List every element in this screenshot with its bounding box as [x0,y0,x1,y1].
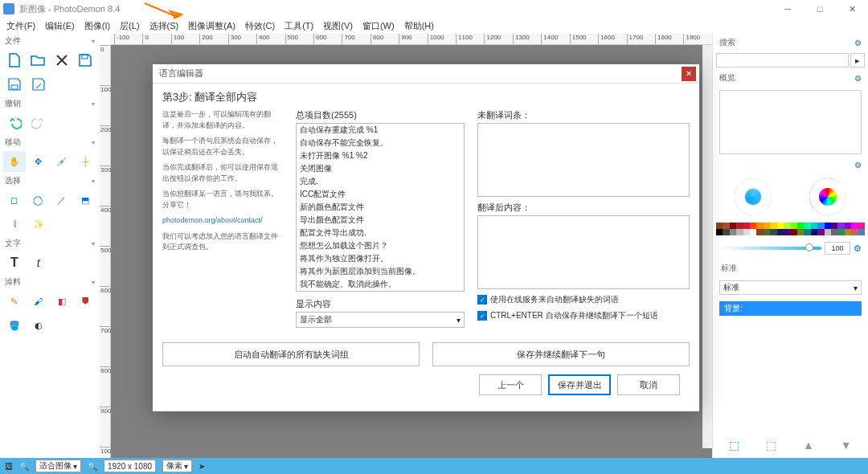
move-tool-icon[interactable]: ✥ [27,151,50,172]
chevron-down-icon[interactable]: ▾ [92,178,95,185]
eraser-tool-icon[interactable]: ◧ [51,291,73,312]
list-item[interactable]: 您想怎么加载这个图片？ [297,239,464,252]
list-item[interactable]: 将其作为独立图像打开。 [297,252,464,265]
list-item[interactable]: 关闭图像 [297,162,464,175]
right-panels: 搜索⚙ ▸ 概览⚙ ⚙ 100 ⚙ 标准 标准▾ 背景: ⬚ ⬚ ▲ ▼ [712,34,868,458]
list-item[interactable]: 以后不再询问 [297,291,464,292]
menu-item[interactable]: 文件(F) [2,18,40,34]
gear-icon[interactable]: ⚙ [854,243,862,254]
chevron-down-icon[interactable]: ▾ [92,38,95,45]
zoom-out-icon[interactable]: 🔍 [19,462,29,471]
section-text: 文字 [5,238,21,249]
gear-icon[interactable]: ⚙ [854,74,862,83]
layer-up-icon[interactable]: ▲ [803,439,814,452]
text-tool-icon[interactable]: T [3,252,26,273]
list-item[interactable]: 完成. [297,175,464,188]
online-translate-checkbox[interactable]: ✓使用在线服务来自动翻译缺失的词语 [477,294,690,305]
open-file-icon[interactable] [27,50,50,71]
translated-textarea[interactable] [477,215,690,289]
color-wheel-primary[interactable] [735,178,772,215]
layer-item-selected[interactable]: 背景: [719,301,862,316]
menu-item[interactable]: 编辑(E) [40,18,80,34]
save-continue-button[interactable]: 保存并继续翻译下一句 [432,342,690,366]
lasso-select-icon[interactable]: ⌇ [3,214,26,235]
maximize-button[interactable]: □ [804,0,836,18]
chevron-down-icon[interactable]: ▾ [92,279,95,286]
menu-item[interactable]: 帮助(H) [399,18,439,34]
list-item[interactable]: 导出颜色配置文件 [297,214,464,227]
menu-item[interactable]: 图像调整(A) [183,18,240,34]
autosave-checkbox[interactable]: ✓CTRL+ENTER 自动保存并继续翻译下一个短语 [477,310,690,321]
undo-icon[interactable] [3,112,26,133]
menu-item[interactable]: 窗口(W) [358,18,399,34]
untranslated-textarea[interactable] [477,123,690,197]
add-layer-icon[interactable]: ⬚ [729,439,739,452]
menu-item[interactable]: 层(L) [115,18,144,34]
save-as-icon[interactable] [27,74,50,95]
menu-item[interactable]: 视图(V) [318,18,358,34]
wand-select-icon[interactable]: ✨ [27,214,50,235]
redo-icon[interactable] [27,112,50,133]
save-exit-button[interactable]: 保存并退出 [548,374,611,395]
list-item[interactable]: 将其作为新图层添加到当前图像。 [297,265,464,278]
new-file-icon[interactable] [3,50,26,71]
unit-select[interactable]: 像素 ▾ [162,460,192,472]
show-content-select[interactable]: 显示全部▾ [296,312,465,328]
close-button[interactable]: ✕ [836,0,868,18]
list-item[interactable]: 新的颜色配置文件 [297,201,464,214]
items-listbox[interactable]: 自动保存重建完成 %1自动保存不能完全恢复。未打开图像 %1 %2关闭图像完成.… [296,123,465,292]
minimize-button[interactable]: ─ [772,0,804,18]
scrollbar-vertical[interactable] [702,45,712,448]
menu-item[interactable]: 特效(C) [240,18,280,34]
menu-item[interactable]: 选择(S) [145,18,184,34]
brush-tool-icon[interactable]: 🖌 [27,291,50,312]
hand-tool-icon[interactable]: ✋ [3,151,26,172]
stamp-tool-icon[interactable]: ⛊ [75,291,97,312]
list-item[interactable]: 未打开图像 %1 %2 [297,149,464,162]
menu-item[interactable]: 工具(T) [280,18,318,34]
save-icon[interactable] [75,50,97,71]
gear-icon[interactable]: ⚙ [854,161,862,170]
search-go-button[interactable]: ▸ [850,53,865,67]
pencil-tool-icon[interactable]: ✎ [3,291,26,312]
list-item[interactable]: 配置文件导出成功. [297,227,464,239]
poly-select-icon[interactable]: ⬒ [75,190,97,210]
opacity-value[interactable]: 100 [825,242,850,255]
annotation-arrow [143,2,183,19]
list-item[interactable]: 我不能确定。取消此操作。 [297,278,464,291]
list-item[interactable]: ICC配置文件 [297,188,464,201]
section-undo: 撤销 [5,98,21,109]
list-item[interactable]: 自动保存重建完成 %1 [297,124,464,137]
text-style-icon[interactable]: t [27,252,50,273]
status-image-icon[interactable]: 🖼 [5,462,13,471]
chevron-down-icon[interactable]: ▾ [92,139,95,146]
delete-layer-icon[interactable]: ⬚ [766,439,776,452]
ellipse-select-icon[interactable]: ◯ [27,190,50,210]
svg-rect-1 [11,85,18,89]
eyedropper-icon[interactable]: 💉 [51,151,73,172]
chevron-down-icon[interactable]: ▾ [92,100,95,108]
cancel-button[interactable]: 取消 [617,374,680,395]
close-file-icon[interactable] [51,50,73,71]
layer-down-icon[interactable]: ▼ [841,439,852,452]
gradient-tool-icon[interactable]: ◐ [27,315,50,336]
blend-mode-select[interactable]: 标准▾ [719,280,862,295]
chevron-down-icon[interactable]: ▾ [92,240,95,247]
zoom-in-icon[interactable]: 🔍 [88,462,97,471]
menu-item[interactable]: 图像(I) [80,18,115,34]
color-wheel-hue[interactable] [809,178,846,215]
list-item[interactable]: 自动保存不能完全恢复。 [297,137,464,149]
measure-tool-icon[interactable]: ┼ [75,151,97,172]
search-input[interactable] [716,53,849,67]
fill-tool-icon[interactable]: 🪣 [3,315,26,336]
zoom-select[interactable]: 适合图像 ▾ [35,460,81,472]
auto-translate-button[interactable]: 启动自动翻译的所有缺失词组 [162,342,420,366]
opacity-slider[interactable] [719,247,821,250]
dialog-close-button[interactable]: ✕ [682,67,696,81]
prev-button[interactable]: 上一个 [479,374,542,395]
rect-select-icon[interactable]: ◻ [3,190,26,210]
save-copy-icon[interactable] [3,74,26,95]
gear-icon[interactable]: ⚙ [854,39,862,47]
line-select-icon[interactable]: ／ [51,190,73,210]
color-swatches[interactable] [716,223,865,235]
